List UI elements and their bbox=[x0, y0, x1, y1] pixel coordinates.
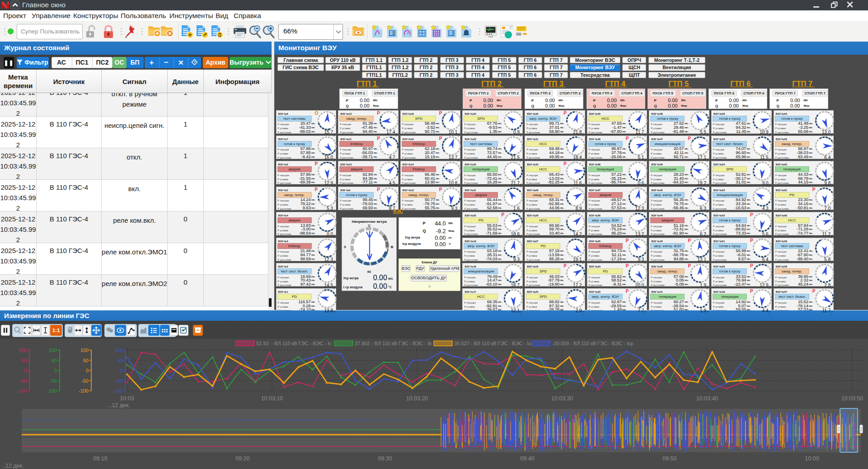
svg-text:-100: -100 bbox=[79, 388, 89, 394]
svg-text:0: 0 bbox=[24, 368, 27, 373]
svg-text:-50: -50 bbox=[50, 378, 57, 384]
svg-text:100: 100 bbox=[114, 347, 122, 353]
svg-text:100: 100 bbox=[49, 347, 57, 353]
svg-text:-100: -100 bbox=[47, 388, 57, 394]
svg-text:10:00: 10:00 bbox=[805, 455, 819, 462]
svg-text:-100: -100 bbox=[17, 388, 27, 394]
svg-text:0: 0 bbox=[54, 368, 57, 373]
svg-text:50: 50 bbox=[52, 358, 57, 363]
svg-text:-50: -50 bbox=[116, 378, 123, 384]
svg-text:50: 50 bbox=[83, 358, 89, 363]
svg-text:09:20: 09:20 bbox=[235, 455, 249, 462]
svg-text:10:03:40: 10:03:40 bbox=[696, 395, 718, 402]
svg-text:37.802 - ВЛ 110 кВ ГЭС - ВЭС -: 37.802 - ВЛ 110 кВ ГЭС - ВЭС - Ib bbox=[355, 341, 432, 346]
svg-text:-100: -100 bbox=[113, 388, 122, 394]
svg-text:09:10: 09:10 bbox=[93, 455, 107, 462]
svg-text:-20.009 - ВЛ 110 кВ ГЭС - ВЭС: -20.009 - ВЛ 110 кВ ГЭС - ВЭС - Icp bbox=[552, 341, 633, 346]
svg-text:0: 0 bbox=[86, 368, 89, 373]
svg-text:?: ? bbox=[193, 60, 196, 64]
svg-text:10:03:50: 10:03:50 bbox=[841, 395, 863, 402]
svg-text:52.92 - ВЛ 110 кВ ГЭС - ВЭС -: 52.92 - ВЛ 110 кВ ГЭС - ВЭС - Ic bbox=[256, 341, 332, 346]
svg-text:10:03:20: 10:03:20 bbox=[406, 395, 428, 402]
svg-text:100: 100 bbox=[19, 347, 27, 353]
svg-text:09:50: 09:50 bbox=[662, 455, 676, 462]
svg-text:50: 50 bbox=[21, 358, 27, 363]
svg-text:-50: -50 bbox=[19, 378, 27, 384]
svg-text:09:30: 09:30 bbox=[378, 455, 392, 462]
svg-text:35.527 - ВЛ 110 кВ ГЭС - ВЭС -: 35.527 - ВЛ 110 кВ ГЭС - ВЭС - Ia bbox=[454, 341, 531, 346]
svg-text:10:03:30: 10:03:30 bbox=[551, 395, 573, 402]
svg-text:-50: -50 bbox=[81, 378, 89, 384]
svg-text:0: 0 bbox=[120, 368, 122, 373]
svg-text:09:40: 09:40 bbox=[520, 455, 534, 462]
svg-text:...12 дек.: ...12 дек. bbox=[107, 402, 130, 408]
svg-text:10:03: 10:03 bbox=[120, 395, 134, 402]
svg-text:10:03:10: 10:03:10 bbox=[261, 395, 283, 402]
svg-text:..12 дек.: ..12 дек. bbox=[2, 463, 24, 469]
svg-text:100: 100 bbox=[80, 347, 89, 353]
svg-text:50: 50 bbox=[117, 358, 122, 363]
